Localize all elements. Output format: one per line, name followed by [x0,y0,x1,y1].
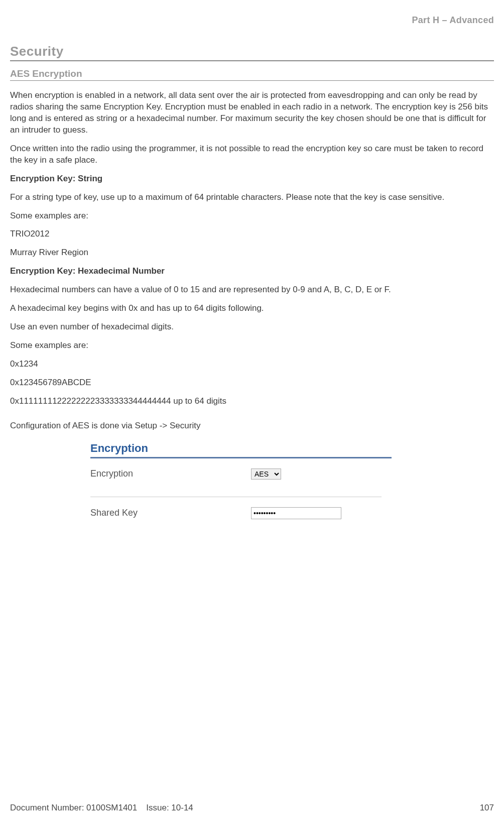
footer-page-number: 107 [480,803,494,813]
divider [90,497,382,497]
config-row-encryption: Encryption AES [90,465,412,483]
footer-docnum: Document Number: 0100SM1401 [10,803,137,813]
example-value: TRIO2012 [10,228,494,240]
encryption-config-panel: Encryption Encryption AES Shared Key [90,442,412,522]
sharedkey-input[interactable] [251,507,341,519]
body-paragraph: Use an even number of hexadecimal digits… [10,321,494,333]
body-subheading-hex: Encryption Key: Hexadecimal Number [10,266,494,277]
body-paragraph: For a string type of key, use up to a ma… [10,192,494,203]
example-value: Murray River Region [10,247,494,259]
body-paragraph: A hexadecimal key begins with 0x and has… [10,303,494,314]
body-paragraph: Once written into the radio using the pr… [10,143,494,166]
footer-issue: Issue: 10-14 [146,803,193,813]
example-value: 0x11111111222222223333333344444444 up to… [10,396,494,407]
body-paragraph: When encryption is enabled in a network,… [10,90,494,136]
config-row-sharedkey: Shared Key [90,504,412,522]
page-footer: Document Number: 0100SM1401 Issue: 10-14… [10,803,494,813]
body-paragraph: Configuration of AES is done via Setup -… [10,420,494,432]
encryption-label: Encryption [90,468,251,479]
example-value: 0x123456789ABCDE [10,377,494,389]
body-paragraph: Some examples are: [10,340,494,351]
section-title: Security [10,44,494,61]
example-value: 0x1234 [10,359,494,370]
body-subheading-string: Encryption Key: String [10,173,494,185]
panel-title: Encryption [90,442,392,458]
encryption-select[interactable]: AES [251,468,281,480]
section-subtitle: AES Encryption [10,68,494,81]
body-paragraph: Some examples are: [10,210,494,222]
body-paragraph: Hexadecimal numbers can have a value of … [10,284,494,296]
sharedkey-label: Shared Key [90,508,251,518]
header-part-label: Part H – Advanced [10,15,494,26]
